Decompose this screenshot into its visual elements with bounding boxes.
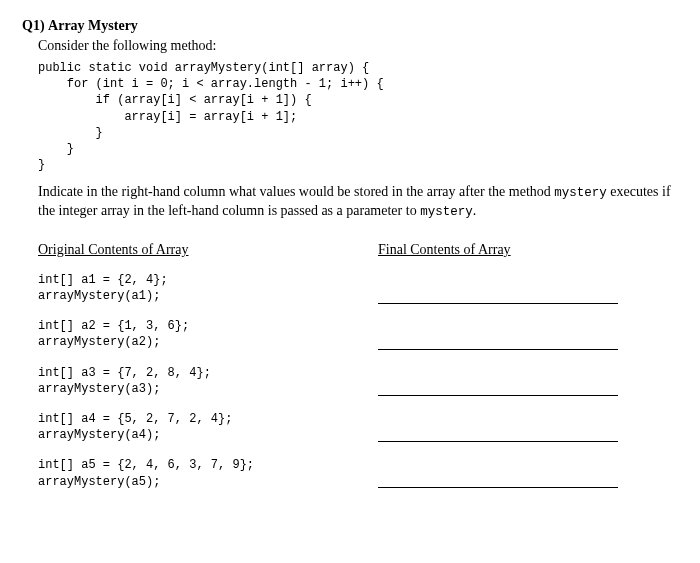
blank-line-rule <box>378 394 618 396</box>
blank-line-rule <box>378 348 618 350</box>
answer-blank[interactable] <box>378 456 678 488</box>
right-column: Final Contents of Array <box>378 242 678 504</box>
blank-line-rule <box>378 302 618 304</box>
array-entry: int[] a4 = {5, 2, 7, 2, 4}; arrayMystery… <box>38 411 378 443</box>
instructions-part: Indicate in the right-hand column what v… <box>38 184 554 199</box>
left-column-header: Original Contents of Array <box>38 242 378 258</box>
instructions-part: . <box>473 203 477 218</box>
question-prompt: Consider the following method: <box>38 38 678 54</box>
instructions-text: Indicate in the right-hand column what v… <box>38 183 678 220</box>
right-column-header: Final Contents of Array <box>378 242 678 258</box>
question-heading: Q1) Array Mystery <box>22 18 678 34</box>
blank-line-rule <box>378 486 618 488</box>
mystery-ref: mystery <box>554 186 607 200</box>
left-column: Original Contents of Array int[] a1 = {2… <box>38 242 378 504</box>
question-label: Q1) <box>22 18 45 33</box>
mystery-ref: mystery <box>420 205 473 219</box>
question-title: Array Mystery <box>48 18 138 33</box>
method-code: public static void arrayMystery(int[] ar… <box>38 60 678 173</box>
array-entry: int[] a1 = {2, 4}; arrayMystery(a1); <box>38 272 378 304</box>
array-entry: int[] a2 = {1, 3, 6}; arrayMystery(a2); <box>38 318 378 350</box>
answer-blank[interactable] <box>378 318 678 350</box>
answer-blank[interactable] <box>378 272 678 304</box>
answer-blank[interactable] <box>378 364 678 396</box>
blank-line-rule <box>378 440 618 442</box>
array-entry: int[] a5 = {2, 4, 6, 3, 7, 9}; arrayMyst… <box>38 457 378 489</box>
columns-container: Original Contents of Array int[] a1 = {2… <box>38 242 678 504</box>
array-entry: int[] a3 = {7, 2, 8, 4}; arrayMystery(a3… <box>38 365 378 397</box>
answer-blank[interactable] <box>378 410 678 442</box>
